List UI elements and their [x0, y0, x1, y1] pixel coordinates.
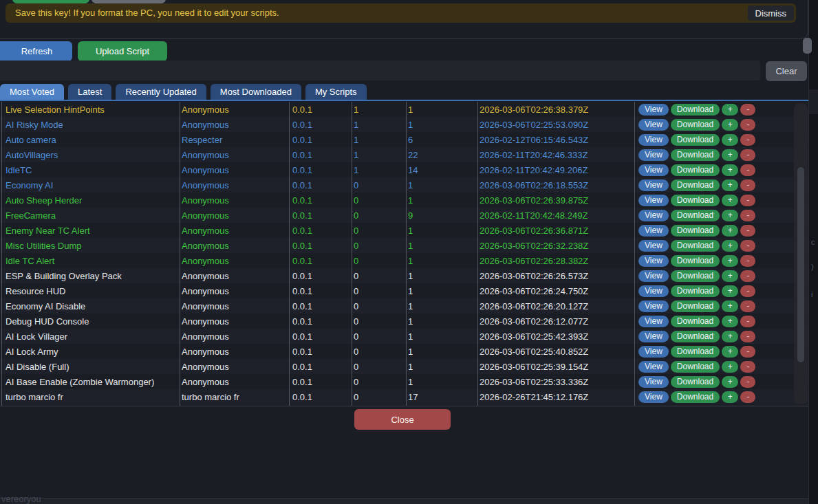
downvote-button[interactable]: - — [740, 391, 755, 403]
downvote-button[interactable]: - — [740, 300, 755, 312]
upvote-button[interactable]: + — [722, 210, 738, 221]
upvote-button[interactable]: + — [722, 149, 738, 161]
view-button[interactable]: View — [638, 195, 669, 206]
clear-search-button[interactable]: Clear — [766, 61, 807, 81]
downvote-button[interactable]: - — [740, 240, 755, 252]
script-author: Anonymous — [180, 165, 289, 175]
view-button[interactable]: View — [638, 346, 669, 358]
tab-most-voted[interactable]: Most Voted — [0, 84, 64, 100]
downvote-button[interactable]: - — [740, 361, 755, 373]
upvote-button[interactable]: + — [722, 195, 738, 206]
upvote-button[interactable]: + — [722, 316, 738, 327]
view-button[interactable]: View — [638, 316, 669, 327]
upvote-button[interactable]: + — [722, 285, 738, 297]
upvote-button[interactable]: + — [722, 376, 738, 388]
edge-scroll-thumb[interactable] — [803, 38, 812, 54]
download-button[interactable]: Download — [671, 164, 720, 176]
downvote-button[interactable]: - — [740, 270, 755, 282]
downvote-button[interactable]: - — [740, 134, 755, 146]
view-button[interactable]: View — [638, 240, 669, 252]
downvote-button[interactable]: - — [740, 285, 755, 297]
upvote-button[interactable]: + — [722, 179, 738, 191]
download-button[interactable]: Download — [671, 225, 720, 237]
script-updated: 2026-03-06T02:25:40.852Z — [477, 347, 634, 357]
upvote-button[interactable]: + — [722, 255, 738, 267]
downvote-button[interactable]: - — [740, 316, 755, 327]
downvote-button[interactable]: - — [740, 210, 755, 221]
download-button[interactable]: Download — [671, 179, 720, 191]
downvote-button[interactable]: - — [740, 164, 755, 176]
download-button[interactable]: Download — [671, 119, 720, 131]
tab-recently-updated[interactable]: Recently Updated — [116, 84, 206, 100]
download-button[interactable]: Download — [671, 361, 720, 373]
downvote-button[interactable]: - — [740, 376, 755, 388]
script-downloads: 1 — [406, 256, 477, 266]
download-button[interactable]: Download — [671, 240, 720, 252]
downvote-button[interactable]: - — [740, 195, 755, 206]
download-button[interactable]: Download — [671, 316, 720, 327]
cutoff-gray-button[interactable] — [92, 0, 166, 3]
dismiss-button[interactable]: Dismiss — [748, 6, 795, 21]
script-row: AI Base Enable (Zombie Warmonger)Anonymo… — [0, 374, 808, 389]
upvote-button[interactable]: + — [722, 240, 738, 252]
download-button[interactable]: Download — [671, 195, 720, 206]
cutoff-green-button[interactable] — [12, 0, 89, 3]
download-button[interactable]: Download — [671, 134, 720, 146]
download-button[interactable]: Download — [671, 346, 720, 358]
upvote-button[interactable]: + — [722, 391, 738, 403]
view-button[interactable]: View — [638, 104, 669, 116]
upvote-button[interactable]: + — [722, 119, 738, 131]
downvote-button[interactable]: - — [740, 255, 755, 267]
view-button[interactable]: View — [638, 164, 669, 176]
download-button[interactable]: Download — [671, 270, 720, 282]
view-button[interactable]: View — [638, 225, 669, 237]
upvote-button[interactable]: + — [722, 225, 738, 237]
script-version: 0.0.1 — [289, 120, 352, 130]
upvote-button[interactable]: + — [722, 331, 738, 342]
upvote-button[interactable]: + — [722, 164, 738, 176]
upvote-button[interactable]: + — [722, 104, 738, 116]
download-button[interactable]: Download — [671, 149, 720, 161]
view-button[interactable]: View — [638, 331, 669, 342]
upvote-button[interactable]: + — [722, 346, 738, 358]
tab-my-scripts[interactable]: My Scripts — [305, 84, 367, 100]
view-button[interactable]: View — [638, 119, 669, 131]
upvote-button[interactable]: + — [722, 361, 738, 373]
downvote-button[interactable]: - — [740, 104, 755, 116]
view-button[interactable]: View — [638, 255, 669, 267]
refresh-button[interactable]: Refresh — [0, 41, 72, 61]
download-button[interactable]: Download — [671, 376, 720, 388]
view-button[interactable]: View — [638, 361, 669, 373]
view-button[interactable]: View — [638, 300, 669, 312]
download-button[interactable]: Download — [671, 255, 720, 267]
upvote-button[interactable]: + — [722, 270, 738, 282]
upload-script-button[interactable]: Upload Script — [78, 41, 167, 61]
download-button[interactable]: Download — [671, 210, 720, 221]
upvote-button[interactable]: + — [722, 300, 738, 312]
downvote-button[interactable]: - — [740, 149, 755, 161]
download-button[interactable]: Download — [671, 391, 720, 403]
view-button[interactable]: View — [638, 134, 669, 146]
view-button[interactable]: View — [638, 210, 669, 221]
view-button[interactable]: View — [638, 270, 669, 282]
download-button[interactable]: Download — [671, 300, 720, 312]
close-button[interactable]: Close — [354, 409, 451, 430]
view-button[interactable]: View — [638, 149, 669, 161]
downvote-button[interactable]: - — [740, 119, 755, 131]
downvote-button[interactable]: - — [740, 331, 755, 342]
tab-most-downloaded[interactable]: Most Downloaded — [211, 84, 301, 100]
downvote-button[interactable]: - — [740, 346, 755, 358]
download-button[interactable]: Download — [671, 285, 720, 297]
view-button[interactable]: View — [638, 179, 669, 191]
upvote-button[interactable]: + — [722, 134, 738, 146]
tab-latest[interactable]: Latest — [68, 84, 111, 100]
download-button[interactable]: Download — [671, 331, 720, 342]
view-button[interactable]: View — [638, 391, 669, 403]
download-button[interactable]: Download — [671, 104, 720, 116]
search-input[interactable] — [0, 61, 760, 80]
view-button[interactable]: View — [638, 285, 669, 297]
downvote-button[interactable]: - — [740, 225, 755, 237]
view-button[interactable]: View — [638, 376, 669, 388]
table-scrollbar-thumb[interactable] — [797, 167, 804, 362]
downvote-button[interactable]: - — [740, 179, 755, 191]
